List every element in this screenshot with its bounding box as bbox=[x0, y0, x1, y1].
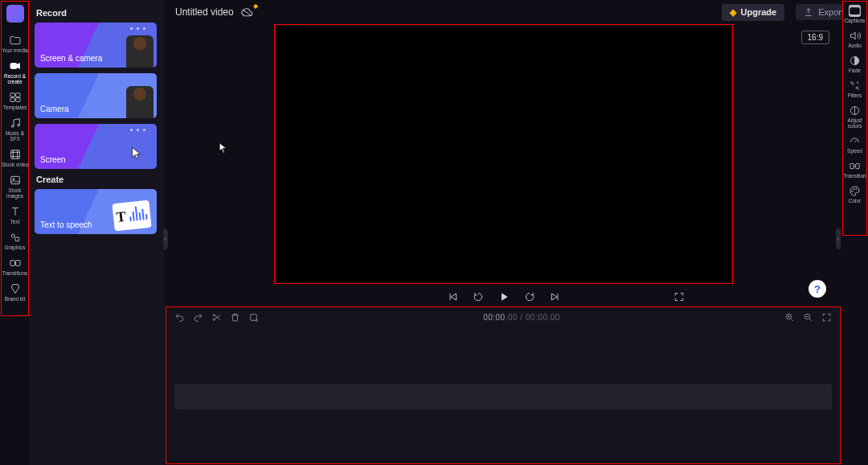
prop-captions[interactable]: CC Captions bbox=[845, 5, 866, 23]
redo-icon[interactable] bbox=[193, 312, 203, 323]
svg-point-22 bbox=[854, 188, 854, 189]
sidebar-item-label: Brand kit bbox=[5, 296, 26, 302]
crop-icon[interactable] bbox=[248, 312, 259, 323]
sidebar-item-record-create[interactable]: Record & create bbox=[2, 60, 29, 84]
split-icon[interactable] bbox=[211, 312, 222, 323]
card-label: Text to speech bbox=[40, 220, 92, 229]
chevron-right-icon: › bbox=[837, 237, 839, 242]
sidebar-item-label: Your media bbox=[2, 47, 28, 53]
sidebar-item-label: Transitions bbox=[2, 270, 28, 276]
prop-audio[interactable]: Audio bbox=[848, 30, 862, 48]
person-thumbnail bbox=[126, 35, 154, 68]
music-icon bbox=[9, 117, 22, 130]
sidebar-item-graphics[interactable]: Graphics bbox=[2, 231, 29, 250]
prop-label: Transition bbox=[843, 173, 866, 179]
app-logo[interactable] bbox=[6, 5, 24, 23]
film-icon bbox=[9, 148, 22, 161]
window-dots-icon bbox=[130, 129, 145, 131]
filters-icon bbox=[849, 80, 861, 92]
card-text-to-speech[interactable]: T Text to speech bbox=[35, 189, 157, 234]
svg-point-21 bbox=[852, 191, 853, 191]
captions-icon: CC bbox=[849, 5, 861, 17]
svg-text:CC: CC bbox=[851, 9, 858, 14]
templates-icon bbox=[9, 91, 22, 104]
prop-color[interactable]: Color bbox=[849, 185, 862, 204]
svg-point-10 bbox=[11, 234, 14, 237]
window-dots-icon bbox=[130, 27, 145, 30]
sidebar-item-stock-images[interactable]: Stock images bbox=[2, 174, 29, 199]
sidebar-item-music-sfx[interactable]: Music & SFX bbox=[2, 117, 29, 142]
card-label: Screen bbox=[40, 155, 66, 164]
timecode-current: 00:00 bbox=[483, 313, 506, 322]
sidebar-item-label: Music & SFX bbox=[2, 130, 29, 142]
folder-icon bbox=[9, 34, 22, 47]
delete-icon[interactable] bbox=[230, 312, 240, 323]
prop-label: Adjust colors bbox=[843, 117, 866, 129]
svg-rect-12 bbox=[10, 261, 14, 266]
sidebar-item-text[interactable]: Text bbox=[2, 205, 29, 224]
sidebar-item-label: Stock images bbox=[2, 187, 29, 199]
cloud-off-icon bbox=[240, 7, 253, 17]
sidebar-item-your-media[interactable]: Your media bbox=[2, 34, 29, 53]
zoom-in-icon[interactable] bbox=[784, 312, 795, 323]
card-screen-camera[interactable]: Screen & camera bbox=[35, 23, 157, 68]
collapse-panel-right-button[interactable]: › bbox=[836, 228, 841, 249]
sidebar-item-stock-video[interactable]: Stock video bbox=[2, 148, 29, 167]
audio-icon bbox=[849, 30, 861, 42]
sidebar-item-transitions[interactable]: Transitions bbox=[2, 257, 29, 276]
prop-filters[interactable]: Filters bbox=[848, 80, 862, 98]
prop-adjust-colors[interactable]: Adjust colors bbox=[843, 105, 866, 129]
card-screen[interactable]: Screen bbox=[35, 124, 157, 169]
cursor-icon bbox=[131, 146, 142, 161]
create-heading: Create bbox=[36, 175, 158, 184]
svg-rect-19 bbox=[850, 163, 854, 168]
undo-icon[interactable] bbox=[174, 312, 185, 323]
help-button[interactable]: ? bbox=[809, 280, 826, 298]
sidebar-item-label: Text bbox=[10, 219, 20, 224]
preview-area bbox=[274, 24, 733, 284]
color-icon bbox=[849, 185, 861, 197]
prop-speed[interactable]: Speed bbox=[847, 135, 862, 154]
cloud-sync-toggle[interactable]: ◆ bbox=[240, 7, 253, 17]
right-property-rail: CC Captions Audio Fade Filters Adjust co… bbox=[842, 1, 867, 236]
prop-fade[interactable]: Fade bbox=[849, 55, 861, 73]
svg-point-6 bbox=[17, 124, 19, 126]
prop-label: Color bbox=[849, 198, 862, 204]
collapse-panel-left-button[interactable]: ‹ bbox=[163, 228, 168, 249]
project-title[interactable]: Untitled video bbox=[175, 6, 234, 18]
step-back-icon[interactable] bbox=[473, 291, 484, 302]
skip-start-icon[interactable] bbox=[447, 291, 458, 302]
svg-point-25 bbox=[213, 319, 215, 320]
play-button[interactable] bbox=[498, 291, 510, 302]
upgrade-button[interactable]: ◆ Upgrade bbox=[722, 4, 785, 21]
preview-canvas[interactable] bbox=[276, 27, 731, 282]
upgrade-label: Upgrade bbox=[741, 7, 777, 17]
card-label: Screen & camera bbox=[40, 54, 102, 63]
svg-point-17 bbox=[858, 82, 858, 83]
zoom-out-icon[interactable] bbox=[803, 312, 813, 323]
card-camera[interactable]: Camera bbox=[35, 73, 157, 118]
step-forward-icon[interactable] bbox=[524, 291, 535, 302]
sidebar-item-templates[interactable]: Templates bbox=[2, 91, 29, 110]
transitions-icon bbox=[9, 257, 22, 270]
record-heading: Record bbox=[36, 8, 158, 18]
top-bar: Untitled video ◆ ◆ Upgrade Export ▾ bbox=[166, 0, 868, 24]
graphics-icon bbox=[9, 231, 22, 244]
fullscreen-icon[interactable] bbox=[674, 291, 685, 302]
timeline-track[interactable] bbox=[174, 384, 832, 409]
aspect-ratio-button[interactable]: 16:9 bbox=[801, 31, 829, 44]
svg-point-24 bbox=[213, 314, 215, 315]
timecode-total-frames: .00 bbox=[547, 313, 559, 322]
diamond-icon: ◆ bbox=[253, 2, 258, 10]
svg-rect-2 bbox=[15, 93, 19, 97]
svg-rect-11 bbox=[15, 237, 19, 241]
zoom-fit-icon[interactable] bbox=[821, 312, 832, 323]
svg-rect-26 bbox=[251, 314, 257, 320]
prop-transition[interactable]: Transition bbox=[843, 160, 866, 179]
svg-rect-20 bbox=[856, 163, 859, 168]
skip-end-icon[interactable] bbox=[550, 291, 561, 302]
timecode: 00:00.00 / 00:00.00 bbox=[268, 313, 775, 322]
sidebar-item-label: Record & create bbox=[2, 73, 29, 84]
sidebar-item-brand-kit[interactable]: Brand kit bbox=[2, 282, 29, 302]
cursor-pointer-overlay bbox=[219, 142, 227, 154]
